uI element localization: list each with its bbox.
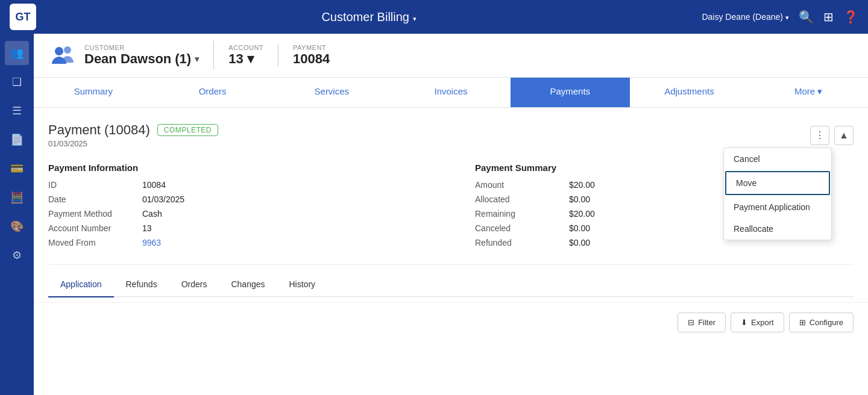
sidebar-item-gear[interactable]: ⚙ <box>5 243 29 267</box>
customer-details: CUSTOMER Dean Dawson (1) ▾ <box>84 44 199 67</box>
account-info: ACCOUNT 13 ▾ <box>214 44 278 67</box>
bottom-tab-changes[interactable]: Changes <box>219 272 277 297</box>
search-icon[interactable]: 🔍 <box>799 10 814 24</box>
sidebar-item-document[interactable]: 📄 <box>5 128 29 152</box>
detail-row-account: Account Number 13 <box>48 223 427 233</box>
detail-label-moved: Moved From <box>48 238 133 247</box>
detail-value-account: 13 <box>142 223 152 233</box>
app-title-caret <box>413 10 417 24</box>
bottom-tabs: Application Refunds Orders Changes Histo… <box>48 272 854 297</box>
export-icon: ⬇ <box>741 318 747 327</box>
export-button[interactable]: ⬇ Export <box>731 313 784 332</box>
collapse-button[interactable]: ▲ <box>834 126 854 145</box>
sidebar-item-list[interactable]: ☰ <box>5 99 29 123</box>
tab-orders[interactable]: Orders <box>153 78 272 107</box>
dropdown-move[interactable]: Move <box>725 171 830 195</box>
payment-info: PAYMENT 10084 <box>278 44 344 67</box>
detail-label-method: Payment Method <box>48 209 133 219</box>
header-actions: Cancel Move Payment Application Realloca… <box>810 126 854 145</box>
payment-title-area: Payment (10084) COMPLETED 01/03/2025 <box>48 122 218 148</box>
summary-value-canceled: $0.00 <box>569 223 590 233</box>
svg-point-1 <box>64 46 71 54</box>
account-caret[interactable]: ▾ <box>247 51 254 67</box>
detail-label-id: ID <box>48 180 133 190</box>
summary-label-refunded: Refunded <box>475 238 559 247</box>
bottom-tab-orders[interactable]: Orders <box>169 272 219 297</box>
payment-section: Payment (10084) COMPLETED 01/03/2025 Can… <box>34 108 868 297</box>
top-navigation: GT Customer Billing Daisy Deane (Deane) … <box>0 0 868 34</box>
nav-center: Customer Billing <box>36 10 702 24</box>
detail-label-account: Account Number <box>48 223 133 233</box>
detail-value-id: 10084 <box>142 180 166 190</box>
filter-button[interactable]: ⊟ Filter <box>678 313 726 332</box>
help-icon[interactable]: ❓ <box>843 10 858 24</box>
sidebar: 👥 ❑ ☰ 📄 💳 🧮 🎨 ⚙ <box>0 34 34 395</box>
summary-value-remaining: $20.00 <box>569 209 595 219</box>
payment-header: Payment (10084) COMPLETED 01/03/2025 Can… <box>48 122 854 148</box>
summary-label-amount: Amount <box>475 180 559 190</box>
configure-button[interactable]: ⊞ Configure <box>789 313 854 332</box>
sidebar-item-card[interactable]: 💳 <box>5 157 29 181</box>
tab-more[interactable]: More ▾ <box>749 78 868 107</box>
action-dropdown-menu: Cancel Move Payment Application Realloca… <box>723 148 832 240</box>
detail-row-id: ID 10084 <box>48 180 427 190</box>
user-menu[interactable]: Daisy Deane (Deane) <box>702 12 789 22</box>
summary-value-allocated: $0.00 <box>569 194 590 204</box>
detail-row-date: Date 01/03/2025 <box>48 194 427 204</box>
payment-value: 10084 <box>293 51 330 67</box>
gt-logo[interactable]: GT <box>10 4 36 30</box>
payment-info-title: Payment Information <box>48 163 427 173</box>
sidebar-item-users[interactable]: 👥 <box>5 41 29 65</box>
sidebar-item-copy[interactable]: ❑ <box>5 70 29 94</box>
summary-label-remaining: Remaining <box>475 209 559 219</box>
filter-icon: ⊟ <box>688 318 694 327</box>
main-tabs: Summary Orders Services Invoices Payment… <box>34 78 868 108</box>
dropdown-reallocate[interactable]: Reallocate <box>724 218 831 240</box>
payment-info-section: Payment Information ID 10084 Date 01/03/… <box>48 163 427 252</box>
payment-title-row: Payment (10084) COMPLETED <box>48 122 218 138</box>
user-caret <box>785 12 789 22</box>
more-actions-button[interactable]: ⋮ <box>810 126 829 145</box>
status-badge: COMPLETED <box>157 124 218 136</box>
detail-row-moved: Moved From 9963 <box>48 238 427 247</box>
main-content: CUSTOMER Dean Dawson (1) ▾ ACCOUNT 13 ▾ … <box>34 34 868 395</box>
tab-summary[interactable]: Summary <box>34 78 153 107</box>
sidebar-item-palette[interactable]: 🎨 <box>5 214 29 238</box>
detail-value-method: Cash <box>142 209 162 219</box>
account-value[interactable]: 13 ▾ <box>228 51 263 67</box>
payment-date: 01/03/2025 <box>48 139 218 148</box>
account-label: ACCOUNT <box>228 44 263 51</box>
summary-label-allocated: Allocated <box>475 194 559 204</box>
main-layout: 👥 ❑ ☰ 📄 💳 🧮 🎨 ⚙ CUSTOMER <box>0 34 868 395</box>
tab-payments[interactable]: Payments <box>511 78 630 107</box>
payment-label: PAYMENT <box>293 44 330 51</box>
detail-row-method: Payment Method Cash <box>48 209 427 219</box>
grid-icon[interactable]: ⊞ <box>823 10 834 24</box>
app-title[interactable]: Customer Billing <box>321 10 417 24</box>
bottom-tab-refunds[interactable]: Refunds <box>114 272 169 297</box>
customer-dropdown-arrow[interactable]: ▾ <box>195 54 199 64</box>
detail-label-date: Date <box>48 194 133 204</box>
customer-label: CUSTOMER <box>84 44 199 51</box>
customer-header: CUSTOMER Dean Dawson (1) ▾ ACCOUNT 13 ▾ … <box>34 34 868 78</box>
bottom-tab-history[interactable]: History <box>277 272 328 297</box>
configure-icon: ⊞ <box>799 318 806 327</box>
tab-services[interactable]: Services <box>272 78 391 107</box>
dropdown-payment-application[interactable]: Payment Application <box>724 196 831 218</box>
sidebar-item-calculator[interactable]: 🧮 <box>5 185 29 210</box>
bottom-toolbar: ⊟ Filter ⬇ Export ⊞ Configure <box>34 302 868 342</box>
customer-avatar <box>48 41 77 70</box>
tab-adjustments[interactable]: Adjustments <box>630 78 749 107</box>
bottom-tab-application[interactable]: Application <box>48 272 114 297</box>
summary-value-refunded: $0.00 <box>569 238 590 247</box>
summary-label-canceled: Canceled <box>475 223 559 233</box>
dropdown-cancel[interactable]: Cancel <box>724 148 831 170</box>
customer-name[interactable]: Dean Dawson (1) ▾ <box>84 51 199 67</box>
summary-value-amount: $20.00 <box>569 180 595 190</box>
tab-invoices[interactable]: Invoices <box>391 78 511 107</box>
customer-info: CUSTOMER Dean Dawson (1) ▾ <box>48 41 214 70</box>
payment-title: Payment (10084) <box>48 122 150 138</box>
detail-value-moved[interactable]: 9963 <box>142 238 161 247</box>
detail-value-date: 01/03/2025 <box>142 194 184 204</box>
nav-right: Daisy Deane (Deane) 🔍 ⊞ ❓ <box>702 10 858 24</box>
